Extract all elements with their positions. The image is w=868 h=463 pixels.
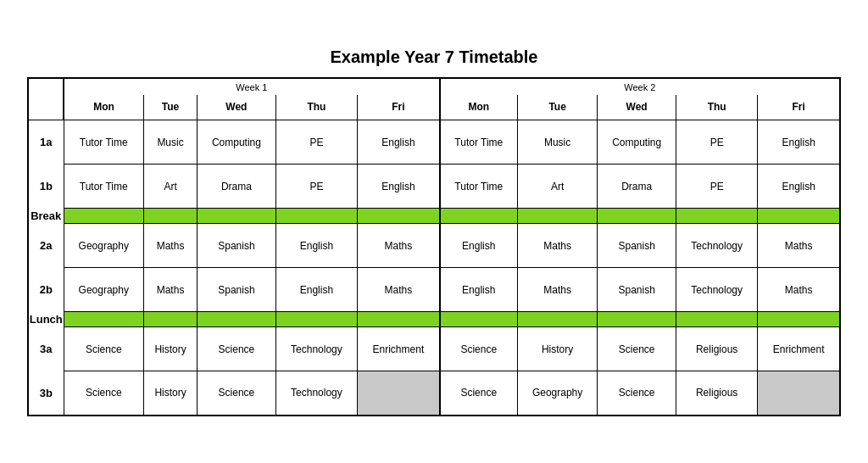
timetable-cell: Enrichment	[358, 327, 440, 371]
timetable-cell: English	[758, 165, 840, 209]
week2-label: Week 2	[440, 78, 840, 95]
timetable-cell: Tutor Time	[440, 120, 518, 165]
week2-day-thu: Thu	[676, 95, 757, 120]
week1-day-wed: Wed	[198, 95, 276, 120]
timetable-cell: Geography	[64, 224, 143, 268]
timetable-cell: Spanish	[198, 224, 276, 268]
timetable-cell: Science	[440, 327, 518, 371]
page-title: Example Year 7 Timetable	[27, 47, 841, 67]
break-cell	[143, 209, 197, 224]
timetable-cell: Computing	[598, 120, 676, 165]
timetable-cell: Science	[198, 327, 276, 371]
timetable-cell: Tutor Time	[64, 165, 143, 209]
timetable-cell	[758, 371, 840, 416]
break-cell	[64, 312, 143, 327]
timetable-cell: Technology	[275, 371, 357, 416]
timetable-cell: History	[143, 371, 197, 416]
break-cell	[676, 209, 757, 224]
timetable-cell: Spanish	[598, 224, 676, 268]
break-cell	[198, 312, 276, 327]
timetable-cell: English	[440, 224, 518, 268]
row-label: 1b	[28, 165, 64, 209]
timetable-cell: English	[275, 268, 357, 312]
row-label: 3b	[28, 371, 64, 416]
week2-day-mon: Mon	[440, 95, 518, 120]
break-cell	[198, 209, 276, 224]
timetable-cell: English	[440, 268, 518, 312]
break-cell	[275, 209, 357, 224]
timetable-cell: Drama	[598, 165, 676, 209]
timetable-cell: PE	[676, 120, 757, 165]
timetable-cell: Geography	[517, 371, 597, 416]
row-label: 2b	[28, 268, 64, 312]
break-cell	[598, 312, 676, 327]
break-cell	[517, 312, 597, 327]
week2-day-wed: Wed	[598, 95, 676, 120]
break-cell	[64, 209, 143, 224]
timetable-cell: Technology	[676, 224, 757, 268]
timetable-cell: Art	[517, 165, 597, 209]
timetable-cell: Music	[517, 120, 597, 165]
timetable-cell: PE	[275, 165, 357, 209]
page-container: Example Year 7 Timetable Week 1Week 2Mon…	[19, 39, 849, 425]
timetable-cell: Spanish	[598, 268, 676, 312]
timetable-cell: Spanish	[198, 268, 276, 312]
timetable-cell: PE	[275, 120, 357, 165]
timetable-cell: Music	[143, 120, 197, 165]
timetable-cell: Tutor Time	[440, 165, 518, 209]
timetable-cell: Maths	[358, 268, 440, 312]
timetable-cell: History	[143, 327, 197, 371]
timetable-cell: Science	[598, 371, 676, 416]
timetable-cell	[358, 371, 440, 416]
timetable-cell: Science	[64, 371, 143, 416]
timetable-cell: Science	[64, 327, 143, 371]
break-cell	[598, 209, 676, 224]
break-cell	[143, 312, 197, 327]
timetable-cell: PE	[676, 165, 757, 209]
timetable-cell: Technology	[275, 327, 357, 371]
timetable-cell: English	[275, 224, 357, 268]
timetable-cell: Enrichment	[758, 327, 840, 371]
timetable-cell: English	[358, 165, 440, 209]
break-cell	[440, 312, 518, 327]
row-label: 1a	[28, 120, 64, 165]
timetable-cell: Science	[198, 371, 276, 416]
timetable: Week 1Week 2MonTueWedThuFriMonTueWedThuF…	[27, 77, 841, 416]
timetable-cell: English	[758, 120, 840, 165]
timetable-cell: Religious	[676, 371, 757, 416]
week1-label: Week 1	[64, 78, 440, 95]
break-cell	[517, 209, 597, 224]
break-label: Lunch	[28, 312, 64, 327]
row-label: 2a	[28, 224, 64, 268]
break-cell	[758, 209, 840, 224]
timetable-cell: Maths	[758, 268, 840, 312]
row-label: 3a	[28, 327, 64, 371]
timetable-cell: Geography	[64, 268, 143, 312]
break-cell	[758, 312, 840, 327]
week1-day-fri: Fri	[358, 95, 440, 120]
corner-cell	[28, 78, 64, 120]
timetable-cell: Maths	[358, 224, 440, 268]
timetable-cell: Science	[440, 371, 518, 416]
timetable-cell: Maths	[143, 224, 197, 268]
timetable-cell: Maths	[758, 224, 840, 268]
timetable-cell: Maths	[517, 224, 597, 268]
week2-day-tue: Tue	[517, 95, 597, 120]
timetable-cell: History	[517, 327, 597, 371]
timetable-cell: Tutor Time	[64, 120, 143, 165]
week1-day-mon: Mon	[64, 95, 143, 120]
timetable-cell: Maths	[517, 268, 597, 312]
timetable-cell: Drama	[198, 165, 276, 209]
break-cell	[358, 312, 440, 327]
timetable-cell: English	[358, 120, 440, 165]
week2-day-fri: Fri	[758, 95, 840, 120]
timetable-cell: Art	[143, 165, 197, 209]
timetable-cell: Maths	[143, 268, 197, 312]
week1-day-thu: Thu	[275, 95, 357, 120]
break-cell	[275, 312, 357, 327]
break-label: Break	[28, 209, 64, 224]
timetable-cell: Computing	[198, 120, 276, 165]
timetable-cell: Religious	[676, 327, 757, 371]
week1-day-tue: Tue	[143, 95, 197, 120]
break-cell	[440, 209, 518, 224]
